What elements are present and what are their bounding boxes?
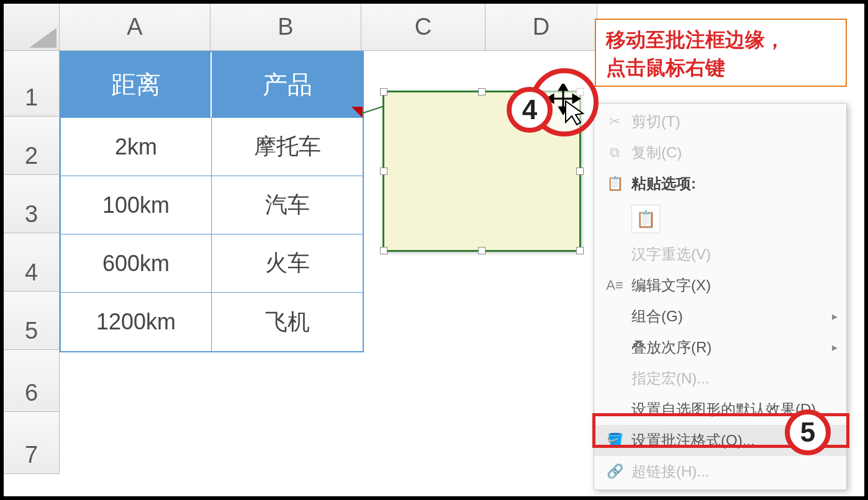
callout-line2: 点击鼠标右键 [606,54,836,82]
instruction-callout: 移动至批注框边缘， 点击鼠标右键 [595,19,847,87]
scissors-icon: ✂ [603,114,626,130]
menu-hyperlink: 🔗 超链接(H)... [594,456,846,487]
cell-b5[interactable]: 飞机 [212,293,363,351]
col-header-a[interactable]: A [60,4,210,51]
clipboard-icon: 📋 [603,176,626,192]
callout-line1: 移动至批注框边缘， [606,26,836,54]
cell-b2[interactable]: 摩托车 [212,118,363,176]
row-header-1[interactable]: 1 [4,51,60,117]
resize-handle[interactable] [380,247,387,254]
text-icon: A≡ [603,277,626,293]
row-header-6[interactable]: 6 [4,350,60,412]
resize-handle[interactable] [478,247,486,254]
col-header-d[interactable]: D [486,4,597,51]
step-5-badge: 5 [785,409,831,455]
menu-copy: ⧉ 复制(C) [594,137,846,168]
paste-option-button[interactable]: 📋 [631,205,660,233]
menu-copy-label: 复制(C) [626,143,838,163]
resize-handle[interactable] [380,167,387,175]
step-4-badge: 4 [507,87,553,133]
paste-option-row: 📋 [594,199,846,239]
menu-order-label: 叠放次序(R) [626,337,832,357]
menu-ime-label: 汉字重选(V) [626,244,838,264]
svg-marker-2 [559,84,567,90]
cell-a2[interactable]: 2km [61,118,212,176]
row-header-5[interactable]: 5 [4,292,60,350]
paint-bucket-icon: 🪣 [603,432,626,449]
svg-marker-6 [566,101,583,125]
menu-macro-label: 指定宏(N)... [626,368,838,388]
resize-handle[interactable] [576,167,584,175]
menu-edit-text[interactable]: A≡ 编辑文字(X) [594,270,846,301]
cell-b3[interactable]: 汽车 [212,176,363,234]
cell-a5[interactable]: 1200km [61,293,212,351]
row-header-7[interactable]: 7 [4,412,60,474]
row-headers: 1 2 3 4 5 6 7 [4,51,60,474]
col-header-b[interactable]: B [210,4,361,51]
submenu-arrow-icon: ▸ [832,310,838,323]
cell-b4[interactable]: 火车 [212,234,363,293]
row-header-2[interactable]: 2 [4,117,60,175]
cell-a3[interactable]: 100km [61,176,212,234]
col-header-c[interactable]: C [361,4,486,51]
menu-paste-label: 粘贴选项: [626,174,838,194]
paste-icon: 📋 [636,210,656,229]
resize-handle[interactable] [380,88,387,96]
menu-cut: ✂ 剪切(T) [594,106,846,137]
header-distance[interactable]: 距离 [61,52,212,118]
link-icon: 🔗 [603,463,626,480]
menu-edit-text-label: 编辑文字(X) [626,275,838,295]
menu-paste-options[interactable]: 📋 粘贴选项: [594,168,846,199]
menu-group[interactable]: 组合(G) ▸ [594,301,846,332]
menu-hyperlink-label: 超链接(H)... [626,462,838,481]
select-all-corner[interactable] [4,4,60,51]
row-header-3[interactable]: 3 [4,175,60,233]
menu-macro: 指定宏(N)... [594,363,846,394]
header-product[interactable]: 产品 [212,52,363,118]
menu-group-label: 组合(G) [626,306,832,326]
menu-ime: 汉字重选(V) [594,239,846,270]
row-header-4[interactable]: 4 [4,233,60,292]
column-headers: A B C D [60,4,597,51]
resize-handle[interactable] [576,247,584,254]
copy-icon: ⧉ [603,145,626,161]
comment-connector [361,105,384,114]
resize-handle[interactable] [478,88,486,96]
spreadsheet: A B C D 1 2 3 4 5 6 7 距离 产品 2km 摩托车 100k… [4,4,864,496]
svg-marker-5 [573,95,579,102]
menu-cut-label: 剪切(T) [626,112,838,132]
cell-a4[interactable]: 600km [61,234,212,293]
menu-order[interactable]: 叠放次序(R) ▸ [594,332,846,363]
submenu-arrow-icon: ▸ [832,341,838,354]
data-table: 距离 产品 2km 摩托车 100km 汽车 600km 火车 1200km 飞… [60,51,364,352]
